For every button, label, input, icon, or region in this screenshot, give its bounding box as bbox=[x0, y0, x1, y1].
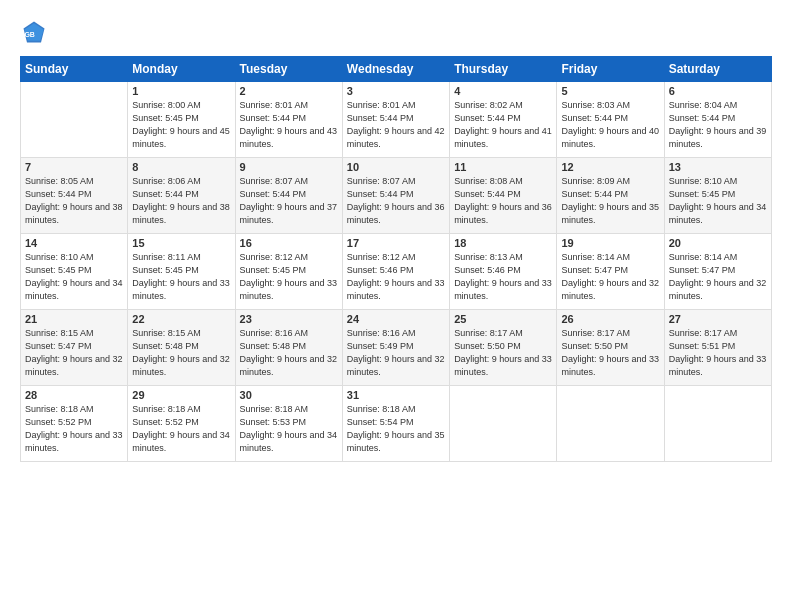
cell-info: Sunrise: 8:02 AMSunset: 5:44 PMDaylight:… bbox=[454, 99, 552, 151]
day-number: 19 bbox=[561, 237, 659, 249]
day-number: 24 bbox=[347, 313, 445, 325]
cell-info: Sunrise: 8:01 AMSunset: 5:44 PMDaylight:… bbox=[240, 99, 338, 151]
calendar-cell: 6Sunrise: 8:04 AMSunset: 5:44 PMDaylight… bbox=[664, 82, 771, 158]
cell-info: Sunrise: 8:18 AMSunset: 5:52 PMDaylight:… bbox=[132, 403, 230, 455]
day-number: 2 bbox=[240, 85, 338, 97]
calendar-cell: 11Sunrise: 8:08 AMSunset: 5:44 PMDayligh… bbox=[450, 158, 557, 234]
col-header-monday: Monday bbox=[128, 57, 235, 82]
calendar-cell: 28Sunrise: 8:18 AMSunset: 5:52 PMDayligh… bbox=[21, 386, 128, 462]
calendar-cell: 3Sunrise: 8:01 AMSunset: 5:44 PMDaylight… bbox=[342, 82, 449, 158]
day-number: 18 bbox=[454, 237, 552, 249]
day-number: 13 bbox=[669, 161, 767, 173]
day-number: 27 bbox=[669, 313, 767, 325]
cell-info: Sunrise: 8:12 AMSunset: 5:45 PMDaylight:… bbox=[240, 251, 338, 303]
calendar-cell: 18Sunrise: 8:13 AMSunset: 5:46 PMDayligh… bbox=[450, 234, 557, 310]
cell-info: Sunrise: 8:17 AMSunset: 5:51 PMDaylight:… bbox=[669, 327, 767, 379]
calendar-cell: 29Sunrise: 8:18 AMSunset: 5:52 PMDayligh… bbox=[128, 386, 235, 462]
calendar-cell: 27Sunrise: 8:17 AMSunset: 5:51 PMDayligh… bbox=[664, 310, 771, 386]
cell-info: Sunrise: 8:16 AMSunset: 5:48 PMDaylight:… bbox=[240, 327, 338, 379]
calendar-table: SundayMondayTuesdayWednesdayThursdayFrid… bbox=[20, 56, 772, 462]
cell-info: Sunrise: 8:18 AMSunset: 5:54 PMDaylight:… bbox=[347, 403, 445, 455]
day-number: 3 bbox=[347, 85, 445, 97]
calendar-cell: 5Sunrise: 8:03 AMSunset: 5:44 PMDaylight… bbox=[557, 82, 664, 158]
calendar-cell: 16Sunrise: 8:12 AMSunset: 5:45 PMDayligh… bbox=[235, 234, 342, 310]
calendar-cell: 24Sunrise: 8:16 AMSunset: 5:49 PMDayligh… bbox=[342, 310, 449, 386]
day-number: 31 bbox=[347, 389, 445, 401]
day-number: 10 bbox=[347, 161, 445, 173]
day-number: 22 bbox=[132, 313, 230, 325]
day-number: 20 bbox=[669, 237, 767, 249]
calendar-cell: 30Sunrise: 8:18 AMSunset: 5:53 PMDayligh… bbox=[235, 386, 342, 462]
cell-info: Sunrise: 8:12 AMSunset: 5:46 PMDaylight:… bbox=[347, 251, 445, 303]
day-number: 15 bbox=[132, 237, 230, 249]
cell-info: Sunrise: 8:11 AMSunset: 5:45 PMDaylight:… bbox=[132, 251, 230, 303]
calendar-cell bbox=[450, 386, 557, 462]
day-number: 9 bbox=[240, 161, 338, 173]
cell-info: Sunrise: 8:18 AMSunset: 5:52 PMDaylight:… bbox=[25, 403, 123, 455]
cell-info: Sunrise: 8:08 AMSunset: 5:44 PMDaylight:… bbox=[454, 175, 552, 227]
cell-info: Sunrise: 8:15 AMSunset: 5:48 PMDaylight:… bbox=[132, 327, 230, 379]
day-number: 11 bbox=[454, 161, 552, 173]
week-row-1: 7Sunrise: 8:05 AMSunset: 5:44 PMDaylight… bbox=[21, 158, 772, 234]
col-header-saturday: Saturday bbox=[664, 57, 771, 82]
cell-info: Sunrise: 8:07 AMSunset: 5:44 PMDaylight:… bbox=[347, 175, 445, 227]
logo-icon: GB bbox=[20, 18, 48, 46]
calendar-cell: 1Sunrise: 8:00 AMSunset: 5:45 PMDaylight… bbox=[128, 82, 235, 158]
day-number: 25 bbox=[454, 313, 552, 325]
calendar-cell: 19Sunrise: 8:14 AMSunset: 5:47 PMDayligh… bbox=[557, 234, 664, 310]
cell-info: Sunrise: 8:18 AMSunset: 5:53 PMDaylight:… bbox=[240, 403, 338, 455]
calendar-cell: 26Sunrise: 8:17 AMSunset: 5:50 PMDayligh… bbox=[557, 310, 664, 386]
day-number: 7 bbox=[25, 161, 123, 173]
calendar-cell: 10Sunrise: 8:07 AMSunset: 5:44 PMDayligh… bbox=[342, 158, 449, 234]
week-row-0: 1Sunrise: 8:00 AMSunset: 5:45 PMDaylight… bbox=[21, 82, 772, 158]
day-number: 29 bbox=[132, 389, 230, 401]
day-number: 1 bbox=[132, 85, 230, 97]
week-row-2: 14Sunrise: 8:10 AMSunset: 5:45 PMDayligh… bbox=[21, 234, 772, 310]
cell-info: Sunrise: 8:04 AMSunset: 5:44 PMDaylight:… bbox=[669, 99, 767, 151]
col-header-thursday: Thursday bbox=[450, 57, 557, 82]
day-number: 26 bbox=[561, 313, 659, 325]
day-number: 5 bbox=[561, 85, 659, 97]
day-number: 6 bbox=[669, 85, 767, 97]
cell-info: Sunrise: 8:17 AMSunset: 5:50 PMDaylight:… bbox=[454, 327, 552, 379]
calendar-cell: 23Sunrise: 8:16 AMSunset: 5:48 PMDayligh… bbox=[235, 310, 342, 386]
week-row-3: 21Sunrise: 8:15 AMSunset: 5:47 PMDayligh… bbox=[21, 310, 772, 386]
cell-info: Sunrise: 8:17 AMSunset: 5:50 PMDaylight:… bbox=[561, 327, 659, 379]
col-header-tuesday: Tuesday bbox=[235, 57, 342, 82]
page-header: GB bbox=[20, 18, 772, 46]
cell-info: Sunrise: 8:10 AMSunset: 5:45 PMDaylight:… bbox=[669, 175, 767, 227]
day-number: 17 bbox=[347, 237, 445, 249]
day-number: 4 bbox=[454, 85, 552, 97]
week-row-4: 28Sunrise: 8:18 AMSunset: 5:52 PMDayligh… bbox=[21, 386, 772, 462]
cell-info: Sunrise: 8:03 AMSunset: 5:44 PMDaylight:… bbox=[561, 99, 659, 151]
calendar-cell: 14Sunrise: 8:10 AMSunset: 5:45 PMDayligh… bbox=[21, 234, 128, 310]
cell-info: Sunrise: 8:14 AMSunset: 5:47 PMDaylight:… bbox=[561, 251, 659, 303]
calendar-cell: 25Sunrise: 8:17 AMSunset: 5:50 PMDayligh… bbox=[450, 310, 557, 386]
day-number: 28 bbox=[25, 389, 123, 401]
cell-info: Sunrise: 8:06 AMSunset: 5:44 PMDaylight:… bbox=[132, 175, 230, 227]
col-header-sunday: Sunday bbox=[21, 57, 128, 82]
svg-text:GB: GB bbox=[24, 31, 35, 38]
col-header-wednesday: Wednesday bbox=[342, 57, 449, 82]
cell-info: Sunrise: 8:09 AMSunset: 5:44 PMDaylight:… bbox=[561, 175, 659, 227]
cell-info: Sunrise: 8:05 AMSunset: 5:44 PMDaylight:… bbox=[25, 175, 123, 227]
logo: GB bbox=[20, 18, 52, 46]
calendar-cell: 12Sunrise: 8:09 AMSunset: 5:44 PMDayligh… bbox=[557, 158, 664, 234]
day-number: 12 bbox=[561, 161, 659, 173]
col-header-friday: Friday bbox=[557, 57, 664, 82]
day-number: 14 bbox=[25, 237, 123, 249]
calendar-cell: 9Sunrise: 8:07 AMSunset: 5:44 PMDaylight… bbox=[235, 158, 342, 234]
day-number: 23 bbox=[240, 313, 338, 325]
cell-info: Sunrise: 8:15 AMSunset: 5:47 PMDaylight:… bbox=[25, 327, 123, 379]
calendar-cell: 22Sunrise: 8:15 AMSunset: 5:48 PMDayligh… bbox=[128, 310, 235, 386]
calendar-cell: 21Sunrise: 8:15 AMSunset: 5:47 PMDayligh… bbox=[21, 310, 128, 386]
cell-info: Sunrise: 8:13 AMSunset: 5:46 PMDaylight:… bbox=[454, 251, 552, 303]
calendar-cell: 4Sunrise: 8:02 AMSunset: 5:44 PMDaylight… bbox=[450, 82, 557, 158]
calendar-cell: 31Sunrise: 8:18 AMSunset: 5:54 PMDayligh… bbox=[342, 386, 449, 462]
header-row: SundayMondayTuesdayWednesdayThursdayFrid… bbox=[21, 57, 772, 82]
day-number: 30 bbox=[240, 389, 338, 401]
cell-info: Sunrise: 8:14 AMSunset: 5:47 PMDaylight:… bbox=[669, 251, 767, 303]
cell-info: Sunrise: 8:16 AMSunset: 5:49 PMDaylight:… bbox=[347, 327, 445, 379]
calendar-cell: 20Sunrise: 8:14 AMSunset: 5:47 PMDayligh… bbox=[664, 234, 771, 310]
calendar-cell: 13Sunrise: 8:10 AMSunset: 5:45 PMDayligh… bbox=[664, 158, 771, 234]
